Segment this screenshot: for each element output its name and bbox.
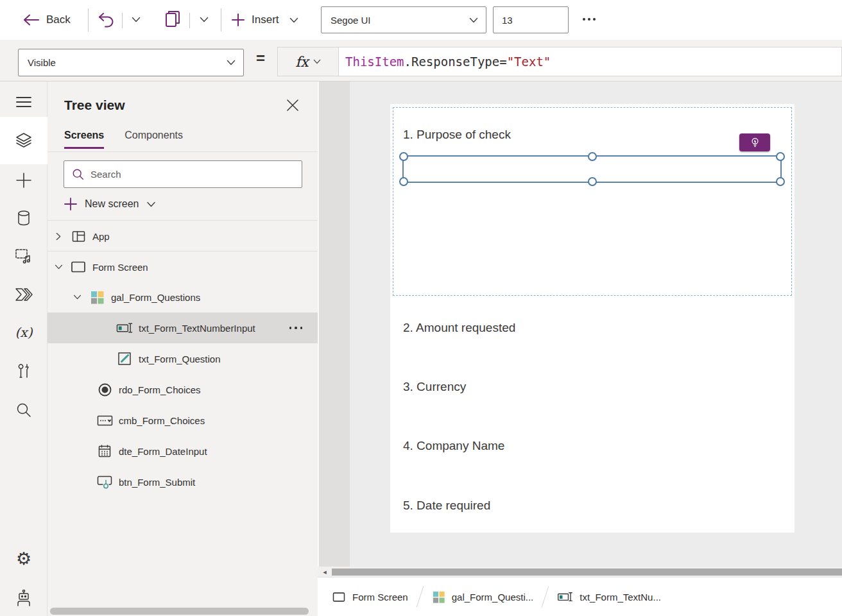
tree-item-form-screen[interactable]: Form Screen (47, 252, 318, 282)
property-selector-dropdown[interactable]: Visible (18, 49, 244, 76)
breadcrumb-txt-form-textnumberinput[interactable]: txt_Form_TextNu... (557, 591, 661, 603)
tree-item-app[interactable]: App (47, 221, 318, 252)
rail-advanced-tools-button[interactable] (0, 357, 47, 386)
paste-dropdown[interactable] (200, 17, 209, 22)
gear-icon: ⚙ (16, 551, 31, 568)
back-arrow-icon (22, 13, 40, 26)
chevron-down-icon (146, 201, 156, 207)
tools-icon (17, 363, 31, 380)
chevron-down-icon (200, 17, 209, 22)
toolbar-divider (221, 8, 221, 31)
panel-tabs: Screens Components (64, 130, 183, 149)
tree-horizontal-scrollbar[interactable] (50, 608, 309, 615)
question-label-5[interactable]: 5. Date required (403, 499, 490, 513)
question-label-1[interactable]: 1. Purpose of check (403, 128, 511, 142)
question-label-4[interactable]: 4. Company Name (403, 439, 504, 453)
chevron-down-icon (132, 17, 141, 22)
undo-icon (97, 10, 115, 30)
insert-label: Insert (252, 13, 279, 26)
font-size-field (493, 6, 569, 33)
tree-item-label: txt_Form_TextNumberInput (139, 323, 255, 334)
resize-handle-top-right[interactable] (776, 152, 785, 161)
font-family-dropdown[interactable]: Segoe UI (321, 6, 486, 33)
button-icon (97, 475, 112, 490)
question-label-2[interactable]: 2. Amount requested (403, 321, 515, 335)
tree-item-cmb-form-choices[interactable]: cmb_Form_Choices (47, 405, 318, 436)
selected-text-input-control[interactable] (402, 155, 782, 183)
toolbar-divider (88, 8, 89, 31)
chevron-down-icon (313, 59, 321, 64)
tree-item-dte-form-dateinput[interactable]: dte_Form_DateInput (47, 436, 318, 466)
combobox-icon (97, 415, 113, 426)
rail-variables-button[interactable]: (x) (0, 318, 47, 347)
formula-bar: Visible = fx ThisItem.ResponseType="Text… (0, 40, 842, 81)
tab-screens[interactable]: Screens (64, 130, 104, 149)
tree-search-input[interactable] (90, 169, 302, 180)
ideas-badge-button[interactable] (739, 133, 770, 151)
rail-virtual-agent-button[interactable] (0, 583, 47, 613)
search-icon (72, 168, 85, 181)
radio-button-icon (98, 382, 112, 397)
rail-power-automate-button[interactable] (0, 280, 47, 309)
rail-media-button[interactable] (0, 241, 47, 271)
breadcrumb-gal-form-questions[interactable]: gal_Form_Questi... (432, 590, 534, 604)
question-label-3[interactable]: 3. Currency (403, 380, 466, 394)
scrollbar-thumb[interactable] (332, 569, 842, 576)
font-size-input[interactable] (494, 15, 551, 26)
insert-button[interactable]: Insert (231, 9, 298, 31)
variables-icon: (x) (15, 325, 33, 340)
resize-handle-top-center[interactable] (588, 152, 597, 161)
formula-input-wrap: fx ThisItem.ResponseType="Text" (277, 47, 842, 76)
gallery-icon (90, 290, 105, 305)
tab-components[interactable]: Components (125, 130, 183, 149)
tree-item-rdo-form-choices[interactable]: rdo_Form_Choices (47, 374, 318, 405)
power-apps-studio-window: Back Insert Segoe UI (0, 0, 842, 616)
resize-handle-bottom-right[interactable] (776, 177, 785, 186)
chevron-down-icon (55, 264, 63, 270)
row-more-options-button[interactable] (289, 327, 303, 329)
new-screen-button[interactable]: New screen (64, 192, 156, 216)
rail-search-button[interactable] (0, 395, 47, 425)
close-panel-button[interactable] (286, 98, 300, 112)
more-options-button[interactable] (583, 18, 596, 21)
tree-item-txt-form-textnumberinput[interactable]: txt_Form_TextNumberInput (47, 312, 318, 343)
canvas-horizontal-scrollbar: ◂ (318, 567, 842, 577)
equals-sign: = (256, 49, 265, 67)
breadcrumb-separator (416, 586, 423, 608)
formula-input[interactable]: ThisItem.ResponseType="Text" (339, 47, 841, 76)
paste-button[interactable] (162, 9, 182, 31)
tree-item-btn-form-submit[interactable]: btn_Form_Submit (47, 466, 318, 497)
resize-handle-top-left[interactable] (399, 152, 408, 161)
breadcrumb-bar: Form Screen gal_Form_Questi... txt_Form_… (318, 577, 842, 616)
undo-button[interactable] (97, 10, 115, 30)
fx-dropdown-button[interactable]: fx (278, 47, 339, 76)
resize-handle-bottom-left[interactable] (399, 177, 408, 186)
tree-item-txt-form-question[interactable]: txt_Form_Question (47, 343, 318, 374)
breadcrumb-label: Form Screen (352, 592, 408, 603)
formula-member: .ResponseType= (404, 55, 507, 69)
toolbar-divider (122, 13, 123, 28)
media-icon (15, 248, 33, 264)
back-button[interactable]: Back (22, 9, 71, 31)
menu-button[interactable] (0, 87, 47, 117)
tree-item-gal-form-questions[interactable]: gal_Form_Questions (47, 282, 318, 312)
rail-settings-button[interactable]: ⚙ (0, 544, 47, 574)
resize-handle-bottom-center[interactable] (588, 177, 597, 186)
formula-string: "Text" (507, 55, 551, 69)
rail-insert-button[interactable] (0, 166, 47, 195)
rail-data-button[interactable] (0, 203, 47, 233)
chevron-down-icon (227, 60, 236, 65)
chevron-down-icon (73, 295, 82, 300)
tree-item-label: gal_Form_Questions (111, 292, 200, 303)
breadcrumb-form-screen[interactable]: Form Screen (332, 592, 408, 603)
tree-view-layers-icon (15, 132, 33, 150)
undo-redo-dropdown[interactable] (132, 17, 141, 22)
scroll-left-button[interactable]: ◂ (318, 567, 332, 577)
formula-identifier: ThisItem (345, 55, 404, 69)
text-label-pencil-icon (117, 352, 132, 366)
tree-item-label: rdo_Form_Choices (119, 384, 201, 395)
rail-tree-view-button[interactable] (0, 117, 47, 164)
property-value: Visible (28, 57, 56, 68)
tree-item-label: Form Screen (92, 262, 148, 273)
screen-icon (332, 592, 346, 603)
